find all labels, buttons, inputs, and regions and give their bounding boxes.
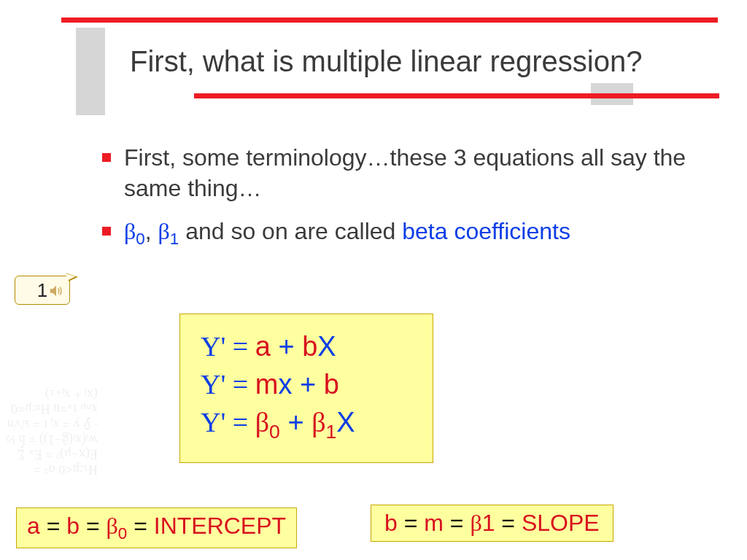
audio-speaker-icon[interactable] (48, 283, 64, 299)
beta1-subscript: 1 (170, 230, 179, 249)
beta0-symbol: β (124, 218, 136, 244)
bullet-marker-icon (102, 227, 111, 236)
bullet-item: First, some terminology…these 3 equation… (102, 143, 700, 203)
bullet-marker-icon (102, 153, 111, 162)
equations-box: Y' = a + bX Y' = mx + b Y' = β0 + β1X (179, 314, 433, 463)
equation-2: Y' = mx + b (201, 368, 412, 400)
bullet-item: β0, β1 and so on are called beta coeffic… (102, 217, 700, 250)
beta-coefficients-term: beta coefficients (402, 218, 570, 244)
equation-1: Y' = a + bX (201, 330, 412, 362)
slope-box: b = m = β1 = SLOPE (371, 505, 614, 542)
decorative-gray-block-left (76, 28, 105, 115)
equation-3: Y' = β0 + β1X (201, 406, 412, 443)
title-underline (194, 93, 719, 98)
slide-title: First, what is multiple linear regressio… (130, 45, 642, 78)
bullet-text: First, some terminology…these 3 equation… (124, 143, 700, 203)
bullet-list: First, some terminology…these 3 equation… (102, 143, 700, 263)
bullet-text: β0, β1 and so on are called beta coeffic… (124, 217, 570, 250)
top-divider (61, 18, 718, 23)
beta1-symbol: β (158, 218, 170, 244)
intercept-box: a = b = β0 = INTERCEPT (16, 508, 297, 548)
beta0-subscript: 0 (136, 230, 144, 249)
callout-label: 1 (37, 279, 47, 302)
